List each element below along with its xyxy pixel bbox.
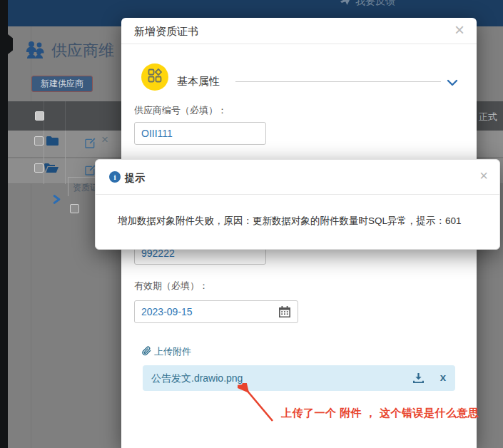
column-divider: [44, 131, 44, 184]
annotation-text: 上传了一个 附件 ， 这个错误是什么意思: [281, 407, 479, 420]
edit-icon[interactable]: [85, 138, 96, 151]
grid-icon: [148, 68, 162, 86]
column-header-right: 正式: [479, 111, 497, 123]
supplier-code-input[interactable]: [134, 122, 266, 145]
section-divider: [235, 81, 441, 82]
folder-open-icon[interactable]: [44, 163, 59, 175]
row-checkbox[interactable]: [34, 136, 44, 146]
attachment-filename[interactable]: 公告发文.drawio.png: [151, 365, 243, 391]
dialog-close-button[interactable]: ×: [454, 19, 464, 41]
screen: 我要反馈 供应商维 新建供应商 正式 × 资质证书: [0, 0, 503, 448]
suppliers-group-icon: [26, 41, 45, 61]
new-supplier-button[interactable]: 新建供应商: [31, 76, 93, 92]
validity-label: 有效期（必填）：: [134, 280, 208, 292]
remove-attachment-icon[interactable]: x: [440, 371, 446, 383]
paper-plane-icon: [340, 0, 352, 7]
alert-close-button[interactable]: ×: [479, 168, 488, 184]
alert-message: 增加数据对象附件失败，原因：更新数据对象的附件数量时SQL异常，提示：601: [118, 215, 462, 228]
dialog-title: 新增资质证书: [134, 25, 198, 39]
expand-chevron-icon[interactable]: [53, 194, 61, 207]
section-badge: [141, 63, 168, 91]
feedback-label: 我要反馈: [355, 0, 395, 8]
alert-dialog: i 提示 × 增加数据对象附件失败，原因：更新数据对象的附件数量时SQL异常，提…: [95, 159, 500, 250]
calendar-icon[interactable]: [279, 306, 290, 320]
paperclip-icon: [142, 346, 151, 358]
alert-header: i 提示 ×: [96, 160, 499, 195]
delete-icon[interactable]: ×: [101, 133, 108, 147]
alert-title: 提示: [125, 172, 145, 185]
sidebar-toggle-tab[interactable]: [8, 34, 13, 54]
info-icon: i: [109, 171, 121, 183]
chevron-down-icon[interactable]: [447, 76, 458, 89]
column-divider: [65, 131, 66, 184]
supplier-code-label: 供应商编号（必填）：: [134, 104, 227, 117]
column-divider: [65, 101, 66, 131]
page-title: 供应商维: [51, 40, 114, 61]
upload-attachment-link[interactable]: 上传附件: [142, 345, 191, 358]
upload-link-label: 上传附件: [154, 345, 191, 358]
folder-closed-icon[interactable]: [46, 136, 59, 148]
sub-row-checkbox[interactable]: [70, 204, 79, 213]
collapsed-sidebar[interactable]: [0, 0, 8, 448]
select-all-checkbox[interactable]: [35, 111, 44, 121]
download-icon[interactable]: [413, 373, 424, 386]
attachment-row: 公告发文.drawio.png x: [143, 365, 455, 391]
validity-date-input[interactable]: [134, 300, 298, 323]
feedback-widget[interactable]: 我要反馈: [340, 0, 395, 8]
section-label: 基本属性: [177, 75, 220, 88]
page-title-row: 供应商维: [26, 40, 114, 61]
dialog-header: 新增资质证书 ×: [121, 18, 477, 44]
row-checkbox[interactable]: [34, 163, 44, 173]
annotation-arrow: [238, 383, 282, 430]
